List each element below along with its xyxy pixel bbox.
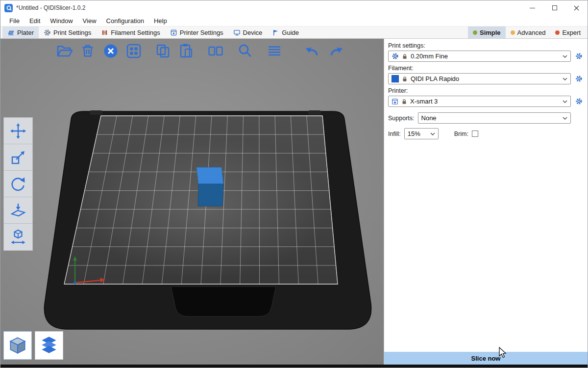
supports-label: Supports: [388,115,415,122]
tabbar: Plater Print Settings Filament Settings … [0,26,588,39]
left-toolbar [3,117,33,251]
redo-button[interactable] [325,41,346,61]
mode-expert-label: Expert [562,29,581,36]
layer-list-icon [266,42,283,60]
slice-now-button[interactable]: Slice now [384,352,588,365]
chevron-down-icon [430,132,435,135]
close-button[interactable] [565,0,588,15]
menu-help[interactable]: Help [149,16,172,26]
simple-dot-icon [473,30,477,35]
mode-simple-label: Simple [480,29,501,36]
mode-advanced[interactable]: Advanced [506,26,551,38]
scale-icon [9,149,27,166]
close-icon [574,5,579,11]
tab-device[interactable]: Device [228,26,268,38]
viewport-3d[interactable] [0,39,384,365]
view-layers-preview-button[interactable] [35,331,63,360]
rotate-tool[interactable] [4,171,32,197]
bottom-strip [0,365,588,368]
copy-button[interactable] [153,41,173,61]
gear-icon [575,98,583,105]
chevron-down-icon [563,55,567,58]
split-button[interactable] [205,41,226,61]
tab-plater[interactable]: Plater [2,26,39,38]
undo-button[interactable] [302,41,323,61]
flatten-tool[interactable] [4,197,32,224]
mode-selector: Simple Advanced Expert [468,26,588,38]
print-settings-edit-button[interactable] [574,52,584,61]
chevron-down-icon [563,78,567,80]
sidebar: Print settings: 0.20mm Fine Filament: QI… [384,39,588,365]
filament-label: Filament: [388,65,584,72]
menu-window[interactable]: Window [45,16,77,26]
tab-print-settings-label: Print Settings [53,29,91,36]
tab-filament-settings[interactable]: Filament Settings [96,26,165,38]
titlebar: *Untitled - QIDISlicer-1.0.2 [0,0,588,15]
model-cube[interactable] [196,167,223,206]
menu-file[interactable]: File [4,16,24,26]
device-icon [233,29,241,36]
printer-label: Printer: [388,87,584,94]
move-tool[interactable] [4,118,32,144]
arrange-button[interactable] [123,41,144,61]
paste-button[interactable] [176,41,196,61]
print-settings-label: Print settings: [388,42,584,49]
measure-tool[interactable] [4,224,32,250]
brim-label: Brim: [454,131,468,137]
maximize-icon [552,5,557,10]
print-settings-combo[interactable]: 0.20mm Fine [388,51,571,62]
printer-value: X-smart 3 [410,98,438,105]
app-icon [4,4,13,12]
redo-icon [327,42,344,60]
mode-simple[interactable]: Simple [468,26,506,38]
filament-icon [101,29,108,36]
tab-guide[interactable]: Guide [267,26,304,38]
supports-combo[interactable]: None [418,112,571,124]
split-icon [207,42,224,60]
filament-color-swatch [392,75,399,82]
copy-icon [154,42,172,60]
printer-edit-button[interactable] [574,97,584,106]
tab-device-label: Device [243,29,263,36]
maximize-button[interactable] [543,0,565,15]
menu-view[interactable]: View [78,16,101,26]
infill-combo[interactable]: 15% [404,128,439,139]
printer-combo[interactable]: X-smart 3 [388,96,571,107]
menu-edit[interactable]: Edit [24,16,45,26]
bed-handle [171,287,276,316]
cube-view-icon [7,335,28,356]
infill-label: Infill: [388,131,401,137]
infill-value: 15% [408,130,420,137]
delete-all-icon [102,42,120,60]
gear-icon [44,29,51,36]
menu-configuration[interactable]: Configuration [101,16,149,26]
gear-icon [575,75,583,82]
advanced-dot-icon [511,30,515,35]
tab-print-settings[interactable]: Print Settings [39,26,96,38]
open-button[interactable] [54,41,75,61]
plater-icon [7,29,15,36]
layer-list-button[interactable] [264,41,285,61]
expert-dot-icon [555,30,560,35]
tab-printer-settings-label: Printer Settings [180,29,223,36]
mode-expert[interactable]: Expert [550,26,586,38]
lock-icon [401,76,408,82]
window-title: *Untitled - QIDISlicer-1.0.2 [16,4,85,11]
layers-preview-icon [39,335,59,356]
guide-icon [272,29,279,36]
scene-3d [0,39,384,365]
brim-checkbox[interactable] [472,131,478,137]
rotate-icon [9,175,27,193]
delete-button[interactable] [77,41,98,61]
scale-tool[interactable] [4,144,32,171]
printer-icon [392,98,398,105]
minimize-button[interactable] [521,0,543,15]
view-3d-editor-button[interactable] [3,331,32,360]
filament-edit-button[interactable] [574,74,584,84]
delete-all-button[interactable] [100,41,121,61]
filament-combo[interactable]: QIDI PLA Rapido [388,73,571,84]
mode-advanced-label: Advanced [517,29,546,36]
tab-printer-settings[interactable]: Printer Settings [165,26,228,38]
undo-icon [304,42,321,60]
search-button[interactable] [235,41,255,61]
